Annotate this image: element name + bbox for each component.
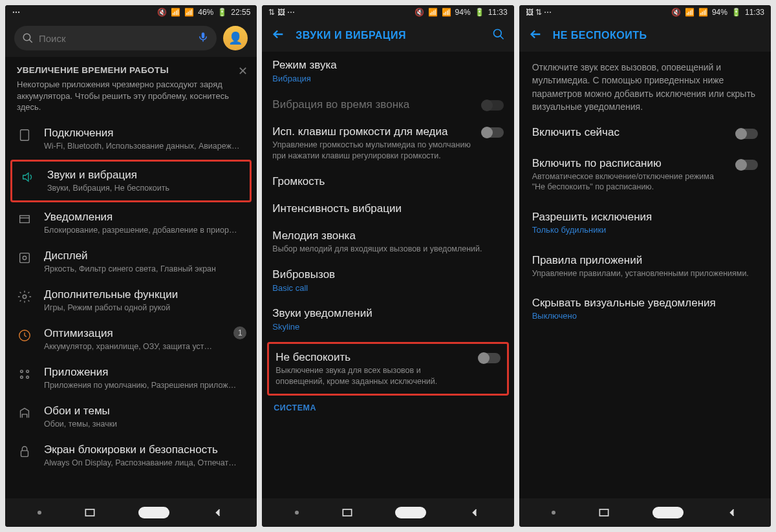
- item-label: Не беспокоить: [275, 350, 468, 365]
- lock-icon: [16, 443, 34, 459]
- battery-text: 46%: [198, 8, 213, 17]
- settings-item-themes[interactable]: Обои и темы Обои, темы, значки: [5, 398, 257, 436]
- phone-sounds-vibration: ⇅ 🖼 ⋯ 🔇 📶 📶 94% 🔋 11:33 ЗВУКИ И ВИБРАЦИЯ…: [262, 5, 513, 527]
- item-do-not-disturb[interactable]: Не беспокоить Выключение звука для всех …: [267, 342, 508, 396]
- back-icon[interactable]: [271, 27, 285, 44]
- settings-item-advanced[interactable]: Дополнительные функции Игры, Режим работ…: [5, 281, 257, 320]
- settings-item-lockscreen[interactable]: Экран блокировки и безопасность Always O…: [5, 436, 257, 475]
- item-label: Вибрация во время звонка: [272, 98, 471, 112]
- item-label: Экран блокировки и безопасность: [44, 443, 246, 457]
- item-ringtone[interactable]: Мелодия звонка Выбор мелодий для входящи…: [262, 222, 513, 261]
- toggle[interactable]: [736, 160, 758, 170]
- item-volume-keys-media[interactable]: Исп. клавиш громкости для медиа Управлен…: [262, 118, 513, 168]
- item-sub: Управление громкостью мультимедиа по умо…: [272, 140, 471, 162]
- settings-item-sounds[interactable]: Звуки и вибрация Звуки, Вибрация, Не бес…: [10, 160, 252, 202]
- battery-tip[interactable]: УВЕЛИЧЕНИЕ ВРЕМЕНИ РАБОТЫ Некоторые прил…: [5, 57, 257, 120]
- item-notification-sounds[interactable]: Звуки уведомлений Skyline: [262, 300, 513, 339]
- status-bar: 🔇 📶 📶 46% 🔋 22:55: [5, 5, 257, 19]
- recent-apps-button[interactable]: [341, 506, 354, 519]
- status-bar: 🖼 ⇅ ⋯ 🔇 📶 📶 94% 🔋 11:33: [519, 5, 771, 19]
- svg-rect-8: [20, 215, 30, 222]
- svg-rect-18: [21, 451, 28, 456]
- settings-item-display[interactable]: Дисплей Яркость, Фильтр синего света, Гл…: [5, 242, 257, 281]
- svg-rect-5: [202, 32, 205, 38]
- item-sub: Обои, темы, значки: [44, 419, 246, 430]
- home-button[interactable]: [652, 507, 684, 518]
- back-button[interactable]: [726, 506, 738, 519]
- signal-icon: 📶: [184, 8, 194, 17]
- toggle[interactable]: [482, 127, 504, 138]
- item-value: Выключено: [532, 311, 758, 322]
- item-vibration-intensity[interactable]: Интенсивность вибрации: [262, 195, 513, 222]
- back-button[interactable]: [211, 506, 224, 519]
- sounds-list: Режим звука Вибрация Вибрация во время з…: [262, 52, 513, 498]
- battery-text: 94%: [455, 8, 471, 17]
- item-vibration-pattern[interactable]: Вибровызов Basic call: [262, 261, 513, 301]
- recent-apps-button[interactable]: [83, 506, 96, 519]
- search-input[interactable]: [39, 33, 192, 44]
- avatar[interactable]: 👤: [223, 26, 248, 50]
- item-value: Только будильники: [532, 225, 758, 236]
- svg-point-2: [18, 12, 19, 13]
- status-icons: 🖼 ⇅ ⋯: [526, 8, 552, 17]
- mute-icon: 🔇: [415, 8, 424, 17]
- status-icons: ⇅ 🖼 ⋯: [268, 8, 295, 17]
- close-icon[interactable]: ✕: [238, 63, 248, 79]
- back-button[interactable]: [468, 506, 481, 519]
- notifications-icon: [16, 210, 34, 226]
- settings-item-notifications[interactable]: Уведомления Блокирование, разрешение, до…: [5, 204, 257, 242]
- item-sound-mode[interactable]: Режим звука Вибрация: [262, 52, 513, 91]
- phone-settings-main: 🔇 📶 📶 46% 🔋 22:55 👤 УВЕЛИЧЕНИЕ ВРЕМЕНИ Р…: [5, 5, 257, 527]
- back-icon[interactable]: [528, 27, 543, 44]
- nav-dot: [38, 511, 41, 515]
- page-title: ЗВУКИ И ВИБРАЦИЯ: [296, 30, 481, 41]
- page-title: НЕ БЕСПОКОИТЬ: [553, 30, 762, 41]
- clock: 11:33: [745, 8, 764, 17]
- item-label: Подключения: [44, 126, 246, 140]
- item-sub: Приложения по умолчанию, Разрешения прил…: [44, 380, 246, 391]
- search-icon[interactable]: [492, 28, 505, 43]
- toggle[interactable]: [479, 353, 501, 363]
- nav-bar: [5, 498, 257, 527]
- settings-item-apps[interactable]: Приложения Приложения по умолчанию, Разр…: [5, 359, 257, 398]
- mic-icon[interactable]: [197, 31, 209, 45]
- phone-do-not-disturb: 🖼 ⇅ ⋯ 🔇 📶 📶 94% 🔋 11:33 НЕ БЕСПОКОИТЬ От…: [519, 5, 771, 527]
- toggle[interactable]: [736, 129, 758, 139]
- search-box[interactable]: [14, 26, 217, 50]
- more-icon: [12, 8, 21, 17]
- item-label: Мелодия звонка: [272, 229, 503, 243]
- item-enable-scheduled[interactable]: Включить по расписанию Автоматическое вк…: [519, 148, 771, 202]
- item-value: Basic call: [272, 282, 503, 294]
- wifi-icon: 📶: [171, 8, 180, 17]
- item-sub: Игры, Режим работы одной рукой: [44, 303, 246, 314]
- connections-icon: [16, 126, 34, 142]
- item-label: Дополнительные функции: [44, 288, 246, 302]
- item-label: Включить сейчас: [532, 126, 727, 139]
- nav-bar: [519, 498, 771, 527]
- item-label: Разрешить исключения: [532, 211, 758, 224]
- battery-icon: 🔋: [217, 8, 227, 17]
- home-button[interactable]: [395, 507, 426, 518]
- item-hide-visual[interactable]: Скрывать визуальные уведомления Выключен…: [519, 288, 771, 331]
- tip-body: Некоторые приложения чрезмерно расходуют…: [17, 79, 245, 113]
- item-allow-exceptions[interactable]: Разрешить исключения Только будильники: [519, 202, 771, 245]
- item-label: Уведомления: [44, 210, 246, 224]
- apps-icon: [16, 365, 34, 381]
- item-label: Обои и темы: [44, 404, 246, 418]
- recent-apps-button[interactable]: [598, 506, 610, 519]
- signal-icon: 📶: [698, 8, 708, 17]
- settings-item-connections[interactable]: Подключения Wi-Fi, Bluetooth, Использова…: [5, 120, 257, 158]
- item-volume[interactable]: Громкость: [262, 168, 513, 195]
- item-sub: Автоматическое включение/отключение режи…: [532, 171, 727, 193]
- svg-point-16: [21, 376, 23, 378]
- item-label: Скрывать визуальные уведомления: [532, 297, 758, 310]
- item-enable-now[interactable]: Включить сейчас: [519, 117, 771, 148]
- settings-item-optimization[interactable]: Оптимизация Аккумулятор, хранилище, ОЗУ,…: [5, 320, 257, 359]
- home-button[interactable]: [138, 507, 169, 518]
- item-label: Включить по расписанию: [532, 157, 727, 170]
- badge: 1: [233, 326, 246, 339]
- svg-point-12: [23, 295, 27, 299]
- item-app-rules[interactable]: Правила приложений Управление правилами,…: [519, 245, 771, 288]
- mute-icon: 🔇: [157, 8, 167, 17]
- item-label: Звуки и вибрация: [47, 168, 244, 182]
